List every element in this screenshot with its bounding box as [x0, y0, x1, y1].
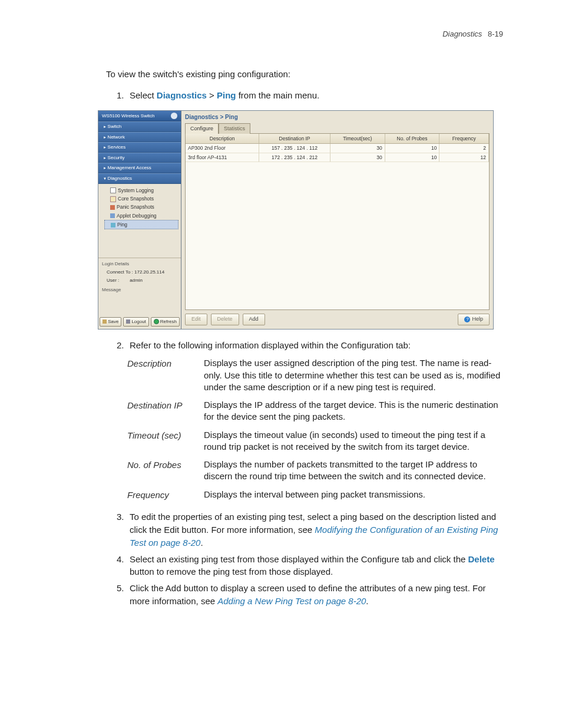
label: Applet Debugging	[117, 213, 157, 219]
step-text: Select Diagnostics > Ping from the main …	[130, 89, 503, 102]
refresh-button[interactable]: Refresh	[151, 317, 180, 327]
term: Description	[127, 357, 204, 393]
tree-applet-debugging[interactable]: Applet Debugging	[104, 212, 178, 220]
brand-title: WS5100 Wireless Switch	[102, 113, 154, 120]
label: Panic Snapshots	[117, 204, 154, 210]
save-button[interactable]: Save	[100, 317, 121, 327]
login-connect-row: Connect To : 172.20.25.114	[102, 268, 177, 276]
step-number: 5.	[117, 582, 130, 608]
description: Displays the number of packets transmitt…	[204, 459, 503, 483]
cell-timeout: 30	[330, 153, 385, 162]
ping-icon	[111, 223, 115, 228]
header-section: Diagnostics	[442, 29, 482, 38]
cell-destination-ip: 157 . 235 . 124 . 112	[259, 144, 330, 153]
step-text: Click the Add button to display a screen…	[130, 582, 503, 608]
edit-button[interactable]: Edit	[185, 314, 207, 325]
message-title: Message	[102, 286, 177, 294]
label: Refresh	[160, 318, 177, 325]
breadcrumb: Diagnostics > Ping	[181, 111, 493, 123]
logout-icon	[126, 319, 130, 324]
step-number: 4.	[117, 553, 130, 579]
text: button to remove the ping test from thos…	[130, 566, 333, 577]
sidebar: WS5100 Wireless Switch Switch Network Se…	[98, 111, 181, 329]
tab-configure[interactable]: Configure	[185, 123, 219, 134]
breadcrumb-separator: >	[207, 90, 217, 100]
definition-list: Description Displays the user assigned d…	[127, 357, 503, 501]
table-row[interactable]: AP300 2nd Floor 157 . 235 . 124 . 112 30…	[186, 144, 489, 153]
step-text: To edit the properties of an existing pi…	[130, 510, 503, 549]
cell-frequency: 12	[439, 153, 489, 162]
sidebar-button-bar: Save Logout Refresh	[98, 315, 181, 329]
tree-system-logging[interactable]: System Logging	[104, 186, 178, 195]
add-button[interactable]: Add	[243, 314, 265, 325]
label: Services	[108, 144, 126, 150]
screenshot-figure: WS5100 Wireless Switch Switch Network Se…	[98, 110, 494, 330]
nav-switch[interactable]: Switch	[98, 121, 181, 132]
col-no-of-probes[interactable]: No. of Probes	[385, 134, 440, 143]
diagnostics-tree: System Logging Core Snapshots Panic Snap…	[98, 184, 181, 258]
step-number: 3.	[117, 510, 130, 549]
keyword-ping: Ping	[217, 90, 236, 100]
tab-statistics[interactable]: Statistics	[219, 123, 250, 134]
term: No. of Probes	[127, 459, 204, 483]
nav-services[interactable]: Services	[98, 142, 181, 153]
label: Save	[108, 318, 118, 325]
term: Frequency	[127, 489, 204, 502]
tree-core-snapshots[interactable]: Core Snapshots	[104, 195, 178, 203]
col-frequency[interactable]: Frequency	[439, 134, 489, 143]
cell-probes: 10	[385, 153, 440, 162]
page-header: Diagnostics 8-19	[106, 29, 503, 38]
step-number: 1.	[117, 89, 130, 102]
value: 172.20.25.114	[134, 269, 164, 275]
panic-icon	[110, 205, 115, 210]
keyword-diagnostics: Diagnostics	[157, 90, 207, 100]
login-title: Login Details	[102, 261, 177, 268]
cell-frequency: 2	[439, 144, 489, 153]
brand-bar: WS5100 Wireless Switch	[98, 111, 181, 122]
tree-panic-snapshots[interactable]: Panic Snapshots	[104, 203, 178, 211]
step-2: 2. Refer to the following information di…	[117, 339, 503, 352]
text: from the main menu.	[236, 90, 320, 100]
applet-icon	[110, 213, 115, 218]
cell-timeout: 30	[330, 144, 385, 153]
label: Switch	[108, 124, 122, 129]
nav-security[interactable]: Security	[98, 153, 181, 163]
col-description[interactable]: Description	[186, 134, 259, 143]
text: .	[366, 596, 368, 606]
logout-button[interactable]: Logout	[123, 317, 148, 327]
nav-management-access[interactable]: Management Access	[98, 163, 181, 173]
col-destination-ip[interactable]: Destination IP	[259, 134, 330, 143]
help-button[interactable]: Help	[458, 314, 490, 325]
brand-logo-icon	[171, 113, 177, 119]
label: Security	[108, 155, 125, 160]
col-timeout[interactable]: Timeout(sec)	[330, 134, 385, 143]
cell-description: 3rd floor AP-4131	[186, 153, 259, 162]
delete-button[interactable]: Delete	[211, 314, 239, 325]
text: Select	[130, 90, 157, 100]
text: .	[200, 538, 203, 548]
label: Ping	[117, 222, 127, 228]
login-details: Login Details Connect To : 172.20.25.114…	[98, 258, 181, 315]
step-number: 2.	[117, 339, 130, 352]
table-row[interactable]: 3rd floor AP-4131 172 . 235 . 124 . 212 …	[186, 153, 489, 162]
label: Core Snapshots	[118, 196, 154, 202]
description: Displays the IP address of the target de…	[204, 399, 503, 423]
table-header: Description Destination IP Timeout(sec) …	[186, 134, 489, 144]
description: Displays the interval between ping packe…	[204, 489, 503, 502]
label: Network	[108, 134, 125, 140]
nav-diagnostics[interactable]: Diagnostics	[98, 173, 181, 184]
step-1: 1. Select Diagnostics > Ping from the ma…	[117, 89, 503, 102]
label: Logout	[131, 318, 146, 325]
cell-probes: 10	[385, 144, 440, 153]
document-icon	[110, 187, 116, 193]
tree-ping[interactable]: Ping	[104, 220, 178, 229]
save-icon	[103, 319, 107, 324]
def-description: Description Displays the user assigned d…	[127, 357, 503, 393]
link-adding-ping-test[interactable]: Adding a New Ping Test on page 8-20	[217, 596, 366, 606]
login-user-row: User : admin	[102, 276, 177, 285]
label: Help	[472, 316, 483, 322]
nav-network[interactable]: Network	[98, 132, 181, 143]
description: Displays the timeout value (in seconds) …	[204, 429, 503, 453]
label: System Logging	[118, 187, 154, 193]
label: Connect To :	[107, 269, 133, 275]
